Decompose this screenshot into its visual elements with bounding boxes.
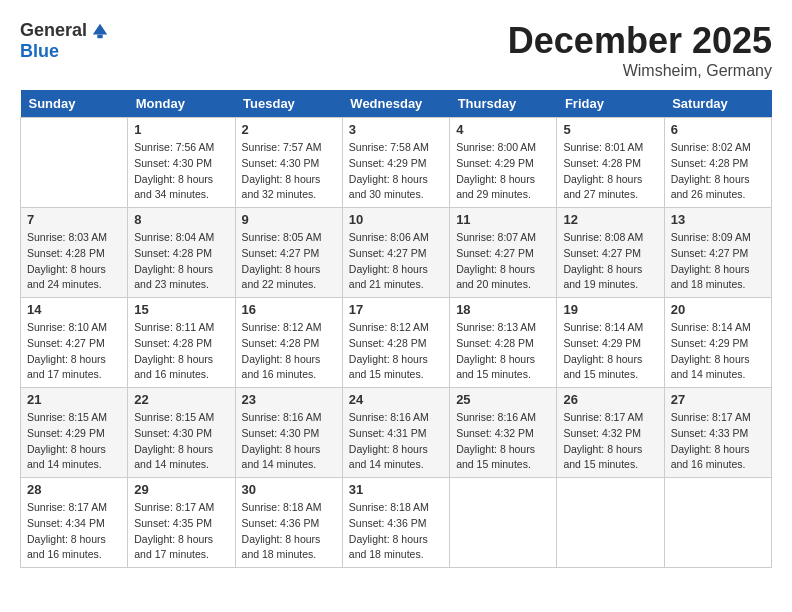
calendar-cell: 1Sunrise: 7:56 AM Sunset: 4:30 PM Daylig… bbox=[128, 118, 235, 208]
title-block: December 2025 Wimsheim, Germany bbox=[508, 20, 772, 80]
day-number: 21 bbox=[27, 392, 121, 407]
day-info: Sunrise: 8:18 AM Sunset: 4:36 PM Dayligh… bbox=[242, 500, 336, 563]
day-number: 7 bbox=[27, 212, 121, 227]
day-info: Sunrise: 8:05 AM Sunset: 4:27 PM Dayligh… bbox=[242, 230, 336, 293]
calendar-table: SundayMondayTuesdayWednesdayThursdayFrid… bbox=[20, 90, 772, 568]
day-number: 25 bbox=[456, 392, 550, 407]
day-number: 28 bbox=[27, 482, 121, 497]
day-info: Sunrise: 8:16 AM Sunset: 4:31 PM Dayligh… bbox=[349, 410, 443, 473]
calendar-cell: 15Sunrise: 8:11 AM Sunset: 4:28 PM Dayli… bbox=[128, 298, 235, 388]
day-info: Sunrise: 8:12 AM Sunset: 4:28 PM Dayligh… bbox=[242, 320, 336, 383]
calendar-header-row: SundayMondayTuesdayWednesdayThursdayFrid… bbox=[21, 90, 772, 118]
calendar-cell: 2Sunrise: 7:57 AM Sunset: 4:30 PM Daylig… bbox=[235, 118, 342, 208]
calendar-week-row: 28Sunrise: 8:17 AM Sunset: 4:34 PM Dayli… bbox=[21, 478, 772, 568]
day-info: Sunrise: 8:01 AM Sunset: 4:28 PM Dayligh… bbox=[563, 140, 657, 203]
day-info: Sunrise: 7:58 AM Sunset: 4:29 PM Dayligh… bbox=[349, 140, 443, 203]
calendar-cell: 9Sunrise: 8:05 AM Sunset: 4:27 PM Daylig… bbox=[235, 208, 342, 298]
calendar-cell: 13Sunrise: 8:09 AM Sunset: 4:27 PM Dayli… bbox=[664, 208, 771, 298]
day-number: 18 bbox=[456, 302, 550, 317]
calendar-cell: 12Sunrise: 8:08 AM Sunset: 4:27 PM Dayli… bbox=[557, 208, 664, 298]
day-number: 29 bbox=[134, 482, 228, 497]
day-info: Sunrise: 8:16 AM Sunset: 4:30 PM Dayligh… bbox=[242, 410, 336, 473]
day-info: Sunrise: 8:15 AM Sunset: 4:29 PM Dayligh… bbox=[27, 410, 121, 473]
day-number: 10 bbox=[349, 212, 443, 227]
calendar-cell bbox=[21, 118, 128, 208]
day-of-week-thursday: Thursday bbox=[450, 90, 557, 118]
calendar-cell: 26Sunrise: 8:17 AM Sunset: 4:32 PM Dayli… bbox=[557, 388, 664, 478]
day-info: Sunrise: 8:14 AM Sunset: 4:29 PM Dayligh… bbox=[671, 320, 765, 383]
calendar-cell: 28Sunrise: 8:17 AM Sunset: 4:34 PM Dayli… bbox=[21, 478, 128, 568]
day-number: 14 bbox=[27, 302, 121, 317]
calendar-cell: 24Sunrise: 8:16 AM Sunset: 4:31 PM Dayli… bbox=[342, 388, 449, 478]
calendar-cell: 16Sunrise: 8:12 AM Sunset: 4:28 PM Dayli… bbox=[235, 298, 342, 388]
calendar-cell: 3Sunrise: 7:58 AM Sunset: 4:29 PM Daylig… bbox=[342, 118, 449, 208]
day-of-week-wednesday: Wednesday bbox=[342, 90, 449, 118]
day-number: 4 bbox=[456, 122, 550, 137]
logo-general-text: General bbox=[20, 20, 87, 41]
day-number: 16 bbox=[242, 302, 336, 317]
day-number: 31 bbox=[349, 482, 443, 497]
day-info: Sunrise: 8:09 AM Sunset: 4:27 PM Dayligh… bbox=[671, 230, 765, 293]
calendar-week-row: 14Sunrise: 8:10 AM Sunset: 4:27 PM Dayli… bbox=[21, 298, 772, 388]
day-of-week-friday: Friday bbox=[557, 90, 664, 118]
month-title: December 2025 bbox=[508, 20, 772, 62]
calendar-cell: 21Sunrise: 8:15 AM Sunset: 4:29 PM Dayli… bbox=[21, 388, 128, 478]
day-info: Sunrise: 8:16 AM Sunset: 4:32 PM Dayligh… bbox=[456, 410, 550, 473]
day-number: 3 bbox=[349, 122, 443, 137]
day-info: Sunrise: 8:02 AM Sunset: 4:28 PM Dayligh… bbox=[671, 140, 765, 203]
day-number: 8 bbox=[134, 212, 228, 227]
calendar-cell: 30Sunrise: 8:18 AM Sunset: 4:36 PM Dayli… bbox=[235, 478, 342, 568]
day-number: 2 bbox=[242, 122, 336, 137]
day-number: 17 bbox=[349, 302, 443, 317]
calendar-cell: 19Sunrise: 8:14 AM Sunset: 4:29 PM Dayli… bbox=[557, 298, 664, 388]
day-of-week-monday: Monday bbox=[128, 90, 235, 118]
day-info: Sunrise: 8:03 AM Sunset: 4:28 PM Dayligh… bbox=[27, 230, 121, 293]
day-info: Sunrise: 8:17 AM Sunset: 4:32 PM Dayligh… bbox=[563, 410, 657, 473]
calendar-cell: 5Sunrise: 8:01 AM Sunset: 4:28 PM Daylig… bbox=[557, 118, 664, 208]
logo-icon bbox=[91, 22, 109, 40]
day-info: Sunrise: 8:17 AM Sunset: 4:35 PM Dayligh… bbox=[134, 500, 228, 563]
day-number: 26 bbox=[563, 392, 657, 407]
day-info: Sunrise: 8:13 AM Sunset: 4:28 PM Dayligh… bbox=[456, 320, 550, 383]
day-number: 6 bbox=[671, 122, 765, 137]
day-info: Sunrise: 8:06 AM Sunset: 4:27 PM Dayligh… bbox=[349, 230, 443, 293]
day-info: Sunrise: 8:10 AM Sunset: 4:27 PM Dayligh… bbox=[27, 320, 121, 383]
calendar-cell: 17Sunrise: 8:12 AM Sunset: 4:28 PM Dayli… bbox=[342, 298, 449, 388]
day-number: 13 bbox=[671, 212, 765, 227]
calendar-cell: 22Sunrise: 8:15 AM Sunset: 4:30 PM Dayli… bbox=[128, 388, 235, 478]
calendar-cell: 20Sunrise: 8:14 AM Sunset: 4:29 PM Dayli… bbox=[664, 298, 771, 388]
day-number: 9 bbox=[242, 212, 336, 227]
day-number: 24 bbox=[349, 392, 443, 407]
calendar-cell bbox=[664, 478, 771, 568]
calendar-cell: 25Sunrise: 8:16 AM Sunset: 4:32 PM Dayli… bbox=[450, 388, 557, 478]
day-info: Sunrise: 8:14 AM Sunset: 4:29 PM Dayligh… bbox=[563, 320, 657, 383]
calendar-cell: 29Sunrise: 8:17 AM Sunset: 4:35 PM Dayli… bbox=[128, 478, 235, 568]
day-info: Sunrise: 7:56 AM Sunset: 4:30 PM Dayligh… bbox=[134, 140, 228, 203]
day-number: 11 bbox=[456, 212, 550, 227]
day-number: 19 bbox=[563, 302, 657, 317]
day-of-week-sunday: Sunday bbox=[21, 90, 128, 118]
calendar-cell: 23Sunrise: 8:16 AM Sunset: 4:30 PM Dayli… bbox=[235, 388, 342, 478]
calendar-cell: 31Sunrise: 8:18 AM Sunset: 4:36 PM Dayli… bbox=[342, 478, 449, 568]
calendar-week-row: 1Sunrise: 7:56 AM Sunset: 4:30 PM Daylig… bbox=[21, 118, 772, 208]
calendar-cell: 6Sunrise: 8:02 AM Sunset: 4:28 PM Daylig… bbox=[664, 118, 771, 208]
calendar-cell bbox=[557, 478, 664, 568]
day-info: Sunrise: 8:04 AM Sunset: 4:28 PM Dayligh… bbox=[134, 230, 228, 293]
day-info: Sunrise: 8:07 AM Sunset: 4:27 PM Dayligh… bbox=[456, 230, 550, 293]
day-number: 20 bbox=[671, 302, 765, 317]
calendar-cell: 27Sunrise: 8:17 AM Sunset: 4:33 PM Dayli… bbox=[664, 388, 771, 478]
calendar-cell: 4Sunrise: 8:00 AM Sunset: 4:29 PM Daylig… bbox=[450, 118, 557, 208]
day-number: 5 bbox=[563, 122, 657, 137]
day-info: Sunrise: 8:17 AM Sunset: 4:33 PM Dayligh… bbox=[671, 410, 765, 473]
day-number: 23 bbox=[242, 392, 336, 407]
calendar-cell: 10Sunrise: 8:06 AM Sunset: 4:27 PM Dayli… bbox=[342, 208, 449, 298]
day-number: 15 bbox=[134, 302, 228, 317]
day-number: 1 bbox=[134, 122, 228, 137]
day-of-week-tuesday: Tuesday bbox=[235, 90, 342, 118]
page-header: General Blue December 2025 Wimsheim, Ger… bbox=[20, 20, 772, 80]
day-info: Sunrise: 8:15 AM Sunset: 4:30 PM Dayligh… bbox=[134, 410, 228, 473]
day-info: Sunrise: 8:18 AM Sunset: 4:36 PM Dayligh… bbox=[349, 500, 443, 563]
day-info: Sunrise: 8:00 AM Sunset: 4:29 PM Dayligh… bbox=[456, 140, 550, 203]
logo-blue-text: Blue bbox=[20, 41, 59, 62]
day-info: Sunrise: 8:17 AM Sunset: 4:34 PM Dayligh… bbox=[27, 500, 121, 563]
